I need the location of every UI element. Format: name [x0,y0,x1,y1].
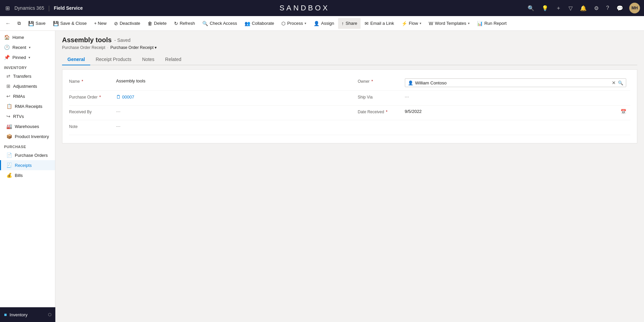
collaborate-icon: 👥 [245,21,250,26]
tab-notes[interactable]: Notes [137,54,160,65]
name-required: * [82,79,83,84]
settings-icon[interactable]: ⚙ [593,4,600,13]
recent-chevron: ▾ [29,46,31,49]
check-access-button[interactable]: 🔍 Check Access [199,18,240,29]
breadcrumb-sep: · [107,45,108,50]
sidebar-item-adjustments[interactable]: ⊞ Adjustments [0,81,55,91]
lightbulb-icon[interactable]: 💡 [540,4,550,13]
app-name: Dynamics 365 [14,5,44,11]
plus-icon[interactable]: ＋ [554,3,562,13]
pinned-icon: 📌 [4,55,10,60]
bottom-nav-chevron[interactable]: ⬡ [48,312,51,317]
email-link-icon: ✉ [365,21,369,26]
rmas-icon: ↩ [6,93,10,99]
page-title-row: Assembly tools - Saved [62,36,637,44]
tabs: General Receipt Products Notes Related [62,54,637,65]
page-title-status: - Saved [114,38,130,43]
sidebar-item-pinned[interactable]: 📌 Pinned ▾ [0,52,55,62]
bell-icon[interactable]: 🔔 [579,4,588,13]
sidebar-item-home[interactable]: 🏠 Home [0,32,55,42]
sidebar-item-purchase-orders[interactable]: 📄 Purchase Orders [0,150,55,160]
rtvs-icon: ↪ [6,114,10,119]
avatar[interactable]: MH [629,3,640,13]
breadcrumb-chevron[interactable]: ▾ [155,45,157,50]
note-field: Note --- [69,120,350,135]
transfers-icon: ⇄ [6,73,10,79]
help-icon[interactable]: ? [605,4,610,12]
refresh-button[interactable]: ↻ Refresh [171,18,199,29]
process-button[interactable]: ⬡ Process ▾ [278,18,310,29]
name-field: Name * Assembly tools [69,75,350,91]
collaborate-button[interactable]: 👥 Collaborate [241,18,278,29]
ship-via-value[interactable]: --- [405,94,627,99]
sidebar-item-recent[interactable]: 🕐 Recent ▾ [0,42,55,52]
sidebar-item-transfers[interactable]: ⇄ Transfers [0,71,55,81]
owner-clear-button[interactable]: ✕ [612,80,616,85]
nav-right: 🔍 💡 ＋ ▽ 🔔 ⚙ ? 💬 MH [526,3,640,13]
sidebar-item-product-inventory[interactable]: 📦 Product Inventory [0,131,55,141]
product-inventory-icon: 📦 [6,134,12,139]
owner-name: William Contoso [415,80,610,85]
note-value[interactable]: --- [116,124,346,129]
sidebar-item-warehouses[interactable]: 🏭 Warehouses [0,121,55,131]
search-icon[interactable]: 🔍 [526,4,536,13]
name-value[interactable]: Assembly tools [116,78,346,83]
tab-general[interactable]: General [62,54,90,65]
word-templates-button[interactable]: W Word Templates ▾ [425,18,473,29]
form-card: Name * Assembly tools Owner * 👤 William … [62,69,637,143]
share-button[interactable]: ↑ Share [338,18,361,29]
date-received-value[interactable]: 9/5/2022 [405,109,621,114]
name-label: Name * [69,78,116,84]
process-icon: ⬡ [281,21,285,26]
page-title: Assembly tools [62,36,112,44]
save-icon: 💾 [28,21,34,26]
sidebar-item-bills[interactable]: 💰 Bills [0,170,55,180]
delete-button[interactable]: 🗑 Delete [144,18,170,29]
word-templates-icon: W [429,21,433,26]
feedback-icon[interactable]: 💬 [615,4,625,13]
tab-related[interactable]: Related [160,54,186,65]
note-label: Note [69,124,116,129]
back-button[interactable]: ← [3,18,13,29]
owner-input[interactable]: 👤 William Contoso ✕ 🔍 [405,78,627,87]
save-close-button[interactable]: 💾 Save & Close [50,18,90,29]
flow-chevron: ▾ [420,21,421,25]
owner-label: Owner * [358,78,405,84]
share-icon: ↑ [341,21,344,26]
tab-receipt-products[interactable]: Receipt Products [90,54,137,65]
owner-person-icon: 👤 [408,80,413,85]
sandbox-title: SANDBOX [87,4,522,12]
date-required: * [386,110,388,114]
rma-receipts-icon: 📋 [6,104,12,109]
restore-button[interactable]: ⧉ [14,18,24,29]
new-button[interactable]: + New [91,18,110,29]
word-templates-chevron: ▾ [468,21,470,25]
email-link-button[interactable]: ✉ Email a Link [361,18,397,29]
note-field-right [350,120,631,135]
ship-via-label: Ship Via [358,94,405,100]
date-received-field: Date Received * 9/5/2022 📅 [350,106,631,120]
received-by-value[interactable]: --- [116,109,346,114]
purchase-order-value[interactable]: 🗒 00007 [116,94,346,100]
top-navigation: ⊞ Dynamics 365 | Field Service SANDBOX 🔍… [0,0,644,16]
owner-search-icon[interactable]: 🔍 [618,80,623,85]
sidebar-item-rtvs[interactable]: ↪ RTVs [0,111,55,121]
purchase-order-field: Purchase Order * 🗒 00007 [69,91,350,106]
flow-button[interactable]: ⚡ Flow ▾ [398,18,425,29]
sidebar: 🏠 Home 🕐 Recent ▾ 📌 Pinned ▾ Inventory ⇄… [0,31,55,322]
filter-icon[interactable]: ▽ [567,4,574,13]
assign-button[interactable]: 👤 Assign [310,18,337,29]
sidebar-item-receipts[interactable]: 🧾 Receipts [0,160,55,170]
grid-menu-icon[interactable]: ⊞ [4,4,11,13]
owner-field: Owner * 👤 William Contoso ✕ 🔍 [350,75,631,91]
sidebar-item-rmas[interactable]: ↩ RMAs [0,91,55,101]
run-report-icon: 📊 [477,21,483,26]
purchase-section-header: Purchase [0,141,55,150]
deactivate-button[interactable]: ⊘ Deactivate [111,18,144,29]
owner-required: * [371,79,373,84]
calendar-icon[interactable]: 📅 [621,109,626,114]
sidebar-item-rma-receipts[interactable]: 📋 RMA Receipts [0,101,55,111]
run-report-button[interactable]: 📊 Run Report [474,18,510,29]
breadcrumb-link-1[interactable]: Purchase Order Receipt [62,45,105,50]
save-button[interactable]: 💾 Save [25,18,49,29]
